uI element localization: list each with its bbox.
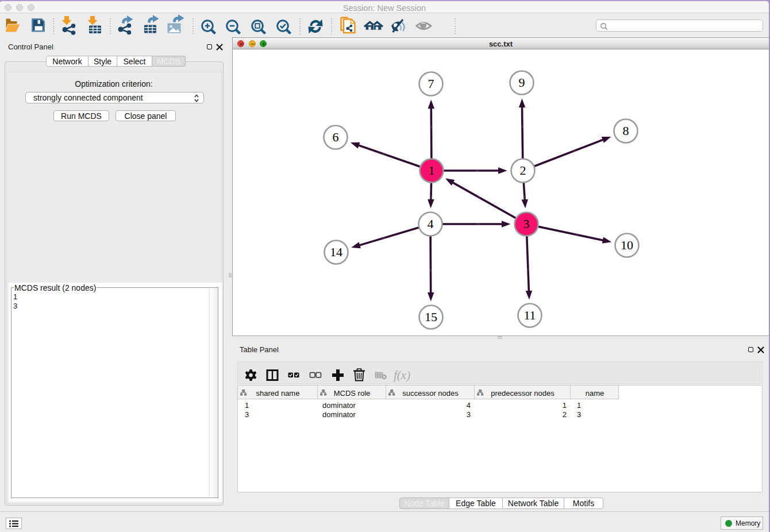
svg-text:7: 7 xyxy=(428,76,434,91)
svg-text:8: 8 xyxy=(623,124,629,138)
svg-text:f(x): f(x) xyxy=(394,368,410,382)
svg-text:1: 1 xyxy=(429,163,435,178)
svg-text:3: 3 xyxy=(523,217,530,231)
svg-text:11: 11 xyxy=(523,308,536,322)
svg-text:6: 6 xyxy=(333,130,339,144)
svg-text:10: 10 xyxy=(621,238,633,252)
svg-text:2: 2 xyxy=(520,163,526,178)
svg-text:9: 9 xyxy=(519,75,525,90)
svg-text:15: 15 xyxy=(425,310,437,324)
svg-text:4: 4 xyxy=(428,217,434,231)
svg-text:14: 14 xyxy=(330,245,342,259)
